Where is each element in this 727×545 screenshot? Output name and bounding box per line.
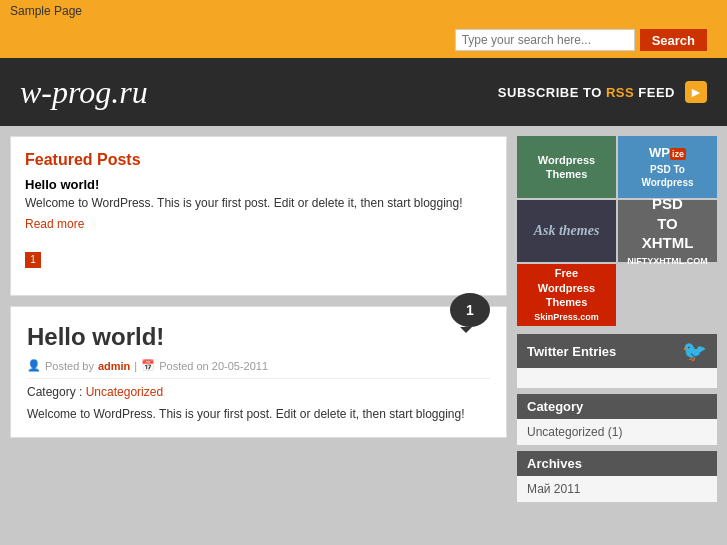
post-meta: 👤 Posted by admin | 📅 Posted on 20-05-20…: [27, 359, 490, 372]
ad-wpize[interactable]: WPize PSD ToWordpress: [618, 136, 717, 198]
category-section-wrapper: Category Uncategorized (1): [517, 394, 717, 451]
subscribe-text: SUBSCRIBE TO RSS FEED: [498, 85, 675, 100]
archives-content: Май 2011: [517, 476, 717, 502]
featured-nav: 1: [25, 251, 492, 268]
site-title: w-prog.ru: [20, 74, 148, 111]
sidebar: WordpressThemes WPize PSD ToWordpress As…: [517, 136, 717, 508]
twitter-section-wrapper: Twitter Entries 🐦: [517, 334, 717, 394]
ad-askthemes[interactable]: Ask themes: [517, 200, 616, 262]
post-divider: [27, 378, 490, 379]
ad-free-wordpress[interactable]: FreeWordpressThemesSkinPress.com: [517, 264, 616, 326]
post-author-link[interactable]: admin: [98, 360, 130, 372]
featured-posts-box: Featured Posts Hello world! Welcome to W…: [10, 136, 507, 296]
twitter-section-title: Twitter Entries 🐦: [517, 334, 717, 368]
top-bar: Sample Page: [0, 0, 727, 22]
post-box: Hello world! 1 👤 Posted by admin | 📅 Pos…: [10, 306, 507, 438]
post-date: Posted on 20-05-2011: [159, 360, 268, 372]
main-wrapper: Featured Posts Hello world! Welcome to W…: [0, 126, 727, 518]
search-input[interactable]: [455, 29, 635, 51]
featured-posts-title: Featured Posts: [25, 151, 492, 169]
header: w-prog.ru SUBSCRIBE TO RSS FEED ►: [0, 58, 727, 126]
category-content: Uncategorized (1): [517, 419, 717, 445]
twitter-icon: 🐦: [682, 339, 707, 363]
twitter-content: [517, 368, 717, 388]
read-more-link[interactable]: Read more: [25, 217, 84, 231]
featured-post-text: Welcome to WordPress. This is your first…: [25, 196, 492, 210]
user-icon: 👤: [27, 359, 41, 372]
post-title: Hello world!: [27, 323, 164, 351]
archives-section-wrapper: Archives Май 2011: [517, 451, 717, 508]
search-button[interactable]: Search: [640, 29, 707, 51]
archives-section-title: Archives: [517, 451, 717, 476]
post-content: Welcome to WordPress. This is your first…: [27, 407, 490, 421]
search-bar: Search: [0, 22, 727, 58]
post-category: Category : Uncategorized: [27, 385, 490, 399]
ad-wordpress-themes[interactable]: WordpressThemes: [517, 136, 616, 198]
category-label: Category :: [27, 385, 82, 399]
subscribe-area: SUBSCRIBE TO RSS FEED ►: [498, 81, 707, 103]
ad-psd-xhtml[interactable]: PSDTOXHTMLNIFTYXHTML.COM: [618, 200, 717, 262]
sample-page-link[interactable]: Sample Page: [10, 4, 82, 18]
calendar-icon: 📅: [141, 359, 155, 372]
comment-bubble: 1: [450, 293, 490, 327]
category-section-title: Category: [517, 394, 717, 419]
posted-by-label: Posted by: [45, 360, 94, 372]
post-category-link[interactable]: Uncategorized: [86, 385, 163, 399]
ad-grid: WordpressThemes WPize PSD ToWordpress As…: [517, 136, 717, 326]
content-area: Featured Posts Hello world! Welcome to W…: [10, 136, 507, 508]
rss-icon: ►: [685, 81, 707, 103]
featured-post-title: Hello world!: [25, 177, 492, 192]
featured-nav-dot[interactable]: 1: [25, 252, 41, 268]
